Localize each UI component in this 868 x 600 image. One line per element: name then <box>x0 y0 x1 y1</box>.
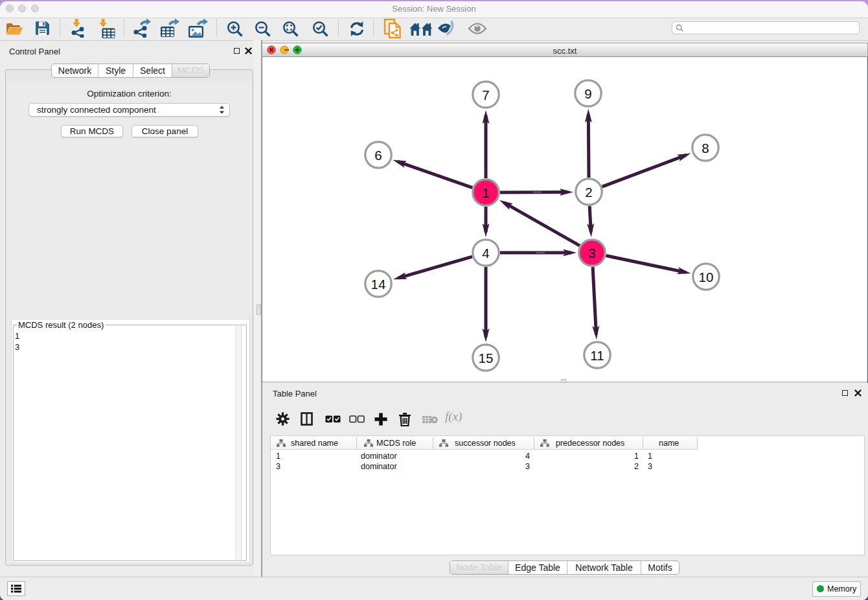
svg-text:7: 7 <box>482 87 489 102</box>
svg-text:4: 4 <box>482 246 489 260</box>
svg-text:10: 10 <box>699 270 714 284</box>
svg-text:6: 6 <box>374 148 382 163</box>
svg-text:8: 8 <box>702 141 709 156</box>
svg-text:3: 3 <box>588 246 595 260</box>
svg-text:1: 1 <box>482 185 489 200</box>
svg-text:15: 15 <box>479 351 494 365</box>
svg-text:14: 14 <box>371 277 386 292</box>
svg-text:2: 2 <box>585 185 592 200</box>
svg-text:9: 9 <box>584 86 591 101</box>
svg-text:11: 11 <box>590 348 604 363</box>
